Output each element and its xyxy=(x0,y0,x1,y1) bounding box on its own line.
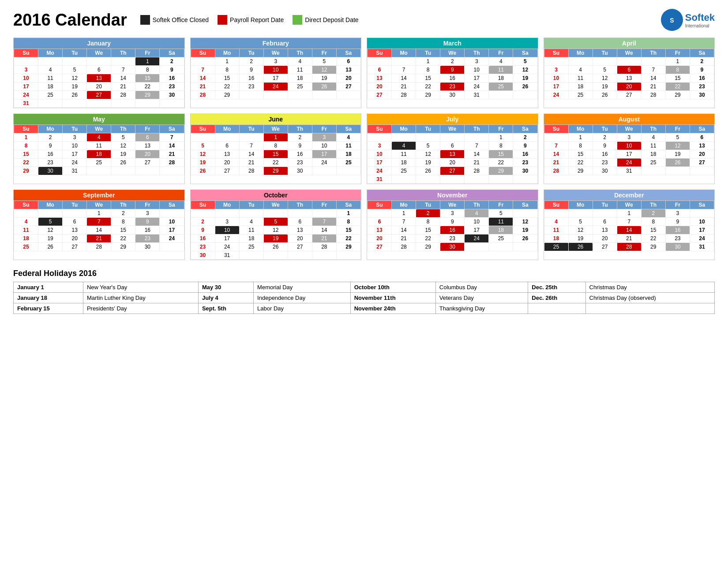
holiday-empty xyxy=(585,303,715,314)
col-header-fr: Fr xyxy=(489,201,513,209)
day-cell: 22 xyxy=(263,159,288,167)
day-cell: 2 xyxy=(690,57,714,66)
day-cell: 1 xyxy=(392,209,416,218)
day-cell xyxy=(312,91,336,99)
holiday-name: Memorial Day xyxy=(254,282,351,293)
day-cell: 7 xyxy=(160,133,184,142)
day-cell: 20 xyxy=(135,150,160,159)
day-cell: 17 xyxy=(63,150,87,159)
day-cell: 20 xyxy=(617,83,641,91)
holiday-empty xyxy=(528,303,585,314)
col-header-sa: Sa xyxy=(690,125,714,133)
col-header-th: Th xyxy=(641,125,665,133)
page-title: 2016 Calendar xyxy=(13,11,127,30)
day-cell: 15 xyxy=(14,150,38,159)
day-cell: 26 xyxy=(191,167,215,175)
day-cell xyxy=(416,175,440,184)
day-cell xyxy=(38,209,63,218)
day-cell: 17 xyxy=(617,150,641,159)
day-cell: 3 xyxy=(544,66,568,74)
day-cell: 10 xyxy=(617,142,641,150)
month-feb: FebruarySuMoTuWeThFrSa 12345678910111213… xyxy=(190,38,362,108)
day-cell: 24 xyxy=(465,83,489,91)
holiday-name: Independence Day xyxy=(254,293,351,303)
day-cell: 31 xyxy=(368,175,392,184)
day-cell: 14 xyxy=(312,226,336,234)
day-cell: 7 xyxy=(239,142,263,150)
day-cell: 23 xyxy=(513,159,537,167)
day-cell: 9 xyxy=(191,226,215,234)
day-cell xyxy=(665,167,690,175)
day-cell: 15 xyxy=(263,150,288,159)
day-cell: 1 xyxy=(665,57,690,66)
month-sep: SeptemberSuMoTuWeThFrSa 1234567891011121… xyxy=(13,189,185,260)
day-cell: 19 xyxy=(568,234,593,243)
legend: Softek Office Closed Payroll Report Date… xyxy=(140,15,648,25)
day-cell: 17 xyxy=(465,226,489,234)
day-cell xyxy=(336,91,360,99)
day-cell: 5 xyxy=(593,66,617,74)
day-cell: 4 xyxy=(641,133,665,142)
day-cell xyxy=(593,209,617,218)
day-cell: 11 xyxy=(544,226,568,234)
col-header-su: Su xyxy=(368,49,392,57)
cal-table-apr: SuMoTuWeThFrSa 1234567891011121314151617… xyxy=(544,49,715,99)
col-header-th: Th xyxy=(465,49,489,57)
col-header-sa: Sa xyxy=(690,201,714,209)
day-cell xyxy=(440,133,465,142)
col-header-su: Su xyxy=(14,201,38,209)
day-cell xyxy=(465,175,489,184)
day-cell: 5 xyxy=(63,66,87,74)
day-cell: 5 xyxy=(38,218,63,226)
day-cell: 28 xyxy=(87,243,111,251)
day-cell: 17 xyxy=(14,83,38,91)
col-header-tu: Tu xyxy=(593,125,617,133)
col-header-sa: Sa xyxy=(336,201,360,209)
day-cell: 29 xyxy=(416,243,440,251)
col-header-su: Su xyxy=(191,201,215,209)
day-cell xyxy=(513,91,537,99)
day-cell: 13 xyxy=(87,74,111,83)
day-cell: 27 xyxy=(440,167,465,175)
month-nov: NovemberSuMoTuWeThFrSa 12345678910111213… xyxy=(367,189,538,260)
day-cell: 28 xyxy=(544,167,568,175)
day-cell: 27 xyxy=(336,83,360,91)
day-cell xyxy=(14,57,38,66)
day-cell xyxy=(111,167,135,175)
day-cell: 24 xyxy=(465,234,489,243)
day-cell: 20 xyxy=(336,74,360,83)
day-cell: 4 xyxy=(288,57,312,66)
month-header-feb: February xyxy=(191,38,361,49)
day-cell: 21 xyxy=(544,159,568,167)
day-cell xyxy=(135,167,160,175)
col-header-tu: Tu xyxy=(416,125,440,133)
holiday-date: Dec. 26th xyxy=(528,293,585,303)
day-cell: 2 xyxy=(416,209,440,218)
day-cell: 25 xyxy=(392,167,416,175)
day-cell: 13 xyxy=(288,226,312,234)
day-cell: 24 xyxy=(14,91,38,99)
day-cell: 19 xyxy=(111,150,135,159)
day-cell: 19 xyxy=(593,83,617,91)
day-cell xyxy=(544,133,568,142)
cal-table-oct: SuMoTuWeThFrSa 1234567891011121314151617… xyxy=(191,200,361,260)
logo: S Softek International xyxy=(661,9,715,31)
day-cell: 11 xyxy=(288,66,312,74)
day-cell: 16 xyxy=(135,226,160,234)
col-header-we: We xyxy=(617,201,641,209)
day-cell xyxy=(641,167,665,175)
holiday-date: Dec. 25th xyxy=(528,282,585,293)
cal-table-aug: SuMoTuWeThFrSa 1234567891011121314151617… xyxy=(544,125,715,175)
day-cell: 2 xyxy=(513,133,537,142)
day-cell: 11 xyxy=(489,66,513,74)
day-cell: 9 xyxy=(239,66,263,74)
col-header-sa: Sa xyxy=(336,49,360,57)
day-cell: 13 xyxy=(63,226,87,234)
day-cell xyxy=(239,209,263,218)
col-header-tu: Tu xyxy=(593,201,617,209)
day-cell: 5 xyxy=(513,57,537,66)
legend-closed: Softek Office Closed xyxy=(140,15,209,25)
day-cell: 7 xyxy=(465,142,489,150)
day-cell: 1 xyxy=(489,133,513,142)
day-cell: 4 xyxy=(336,133,360,142)
